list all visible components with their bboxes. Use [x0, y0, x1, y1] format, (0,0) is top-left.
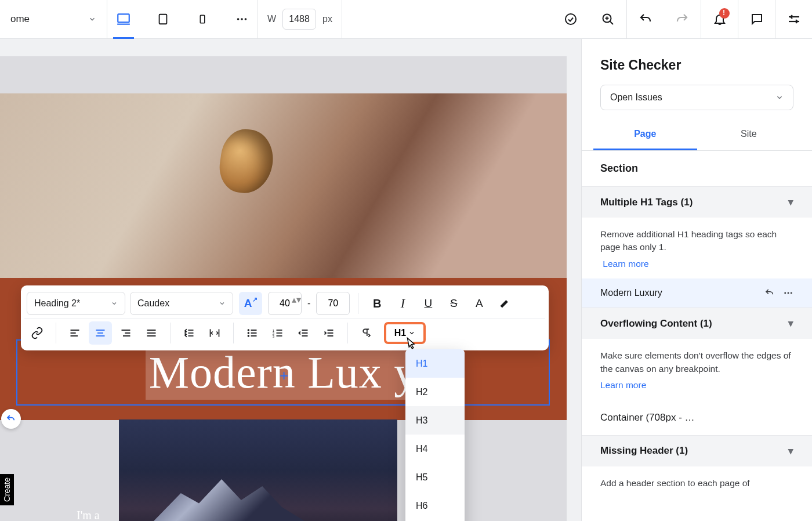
- strikethrough-button[interactable]: S: [442, 292, 465, 315]
- desktop-device-button[interactable]: [112, 8, 135, 31]
- issue-title: Multiple H1 Tags (1): [600, 197, 693, 208]
- heading-tag-menu: H1 H2 H3 H4 H5 H6 P: [405, 349, 465, 521]
- issue-body: Add a header section to each page of: [582, 466, 812, 498]
- svg-point-33: [248, 332, 249, 334]
- issue-header[interactable]: Multiple H1 Tags (1) ▾: [582, 186, 812, 218]
- text-direction-button[interactable]: [355, 321, 378, 345]
- svg-point-51: [788, 292, 789, 294]
- font-family-dropdown[interactable]: Caudex: [130, 292, 233, 315]
- heading-option-h5[interactable]: H5: [405, 463, 465, 491]
- text-style-value: Heading 2*: [34, 298, 80, 309]
- top-right-tools: [552, 0, 812, 39]
- font-size-input[interactable]: 40 ▴▾: [268, 292, 302, 315]
- svg-point-52: [791, 292, 792, 294]
- issue-item[interactable]: Modern Luxury: [582, 278, 812, 307]
- mobile-device-button[interactable]: [191, 8, 214, 31]
- tab-site[interactable]: Site: [697, 120, 801, 150]
- line-height-value: 70: [328, 298, 338, 309]
- divider: [170, 323, 171, 343]
- stepper-icon[interactable]: ▴▾: [292, 294, 300, 313]
- floating-undo-button[interactable]: [1, 409, 21, 429]
- text-toolbar: Heading 2* Caudex A↗ 40 ▴▾ - 70 B I U S …: [21, 285, 549, 350]
- section-heading: Section: [582, 151, 812, 186]
- more-devices-button[interactable]: [230, 8, 253, 31]
- svg-rect-2: [159, 15, 166, 24]
- tab-page[interactable]: Page: [593, 120, 697, 150]
- ima-text: I'm a: [77, 509, 100, 521]
- issue-text: Make sure elements don't overflow the ed…: [600, 350, 791, 373]
- panel-title: Site Checker: [582, 39, 812, 85]
- link-button[interactable]: [26, 321, 49, 345]
- heading-option-h6[interactable]: H6: [405, 491, 465, 520]
- issues-filter-dropdown[interactable]: Open Issues: [600, 85, 793, 110]
- issue-item-name: Modern Luxury: [600, 288, 662, 298]
- revert-icon[interactable]: [764, 288, 775, 298]
- caret-down-icon: ▾: [788, 445, 793, 457]
- issue-header[interactable]: Missing Header (1) ▾: [582, 435, 812, 466]
- zoom-icon[interactable]: [589, 0, 626, 39]
- issue-text: Add a header section to each page of: [600, 478, 750, 488]
- caret-down-icon: ▾: [788, 317, 793, 330]
- issue-item[interactable]: Container (708px - …: [582, 400, 812, 435]
- learn-more-link[interactable]: Learn more: [600, 379, 646, 392]
- site-checker-panel: Site Checker Open Issues Page Site Secti…: [581, 39, 812, 521]
- chevron-down-icon: [88, 15, 96, 23]
- align-center-button[interactable]: [89, 321, 112, 345]
- tablet-device-button[interactable]: [151, 8, 175, 31]
- chevron-down-icon: [408, 330, 415, 337]
- range-dash: -: [307, 298, 310, 309]
- divider: [233, 323, 234, 343]
- letter-spacing-button[interactable]: [203, 321, 226, 345]
- create-tab[interactable]: Create: [0, 474, 14, 505]
- issue-item-actions: [764, 288, 793, 298]
- underline-button[interactable]: U: [416, 292, 440, 315]
- svg-rect-3: [200, 15, 205, 23]
- settings-sliders-button[interactable]: [775, 0, 812, 39]
- redo-button[interactable]: [664, 0, 701, 39]
- check-icon[interactable]: [552, 0, 589, 39]
- issue-title: Missing Header (1): [600, 445, 688, 457]
- earring-graphic: [216, 126, 277, 196]
- insertion-caret-icon: +: [280, 367, 288, 385]
- svg-line-9: [610, 21, 613, 24]
- indent-button[interactable]: [317, 321, 340, 345]
- text-style-a-button[interactable]: A: [467, 292, 491, 315]
- line-spacing-button[interactable]: [177, 321, 201, 345]
- svg-point-4: [237, 18, 239, 20]
- bullet-list-button[interactable]: [241, 321, 264, 345]
- undo-button[interactable]: [626, 0, 664, 39]
- outdent-button[interactable]: [292, 321, 315, 345]
- heading-option-h2[interactable]: H2: [405, 378, 465, 406]
- svg-text:3: 3: [273, 334, 274, 338]
- learn-more-link[interactable]: Learn more: [603, 258, 648, 270]
- width-input[interactable]: [282, 9, 316, 30]
- divider: [347, 323, 348, 343]
- issue-body: Remove additional H1 heading tags so eac…: [582, 218, 812, 278]
- notifications-button[interactable]: [701, 0, 738, 39]
- numbered-list-button[interactable]: 123: [266, 321, 289, 345]
- more-icon[interactable]: [783, 288, 793, 298]
- heading-option-h3[interactable]: H3: [405, 406, 465, 435]
- text-style-dropdown[interactable]: Heading 2*: [27, 292, 125, 315]
- divider: [358, 293, 358, 314]
- hero-image: [0, 93, 567, 278]
- align-right-button[interactable]: [114, 321, 137, 345]
- heading-tag-dropdown[interactable]: H1: [384, 322, 426, 344]
- italic-button[interactable]: I: [391, 292, 414, 315]
- heading-option-h1[interactable]: H1: [405, 349, 465, 378]
- page-selector[interactable]: ome: [0, 0, 107, 39]
- top-toolbar: ome W px: [0, 0, 812, 39]
- chevron-down-icon: [111, 300, 118, 307]
- align-justify-button[interactable]: [140, 321, 163, 345]
- issue-header[interactable]: Overflowing Content (1) ▾: [582, 307, 812, 339]
- comments-button[interactable]: [738, 0, 775, 39]
- highlight-button[interactable]: [493, 292, 516, 315]
- heading-tag-value: H1: [394, 328, 406, 338]
- chevron-down-icon: [219, 300, 226, 307]
- filter-value: Open Issues: [610, 92, 662, 103]
- heading-option-h4[interactable]: H4: [405, 435, 465, 463]
- align-left-button[interactable]: [63, 321, 86, 345]
- line-height-input[interactable]: 70: [316, 292, 350, 315]
- text-color-button[interactable]: A↗: [239, 292, 262, 315]
- bold-button[interactable]: B: [365, 292, 389, 315]
